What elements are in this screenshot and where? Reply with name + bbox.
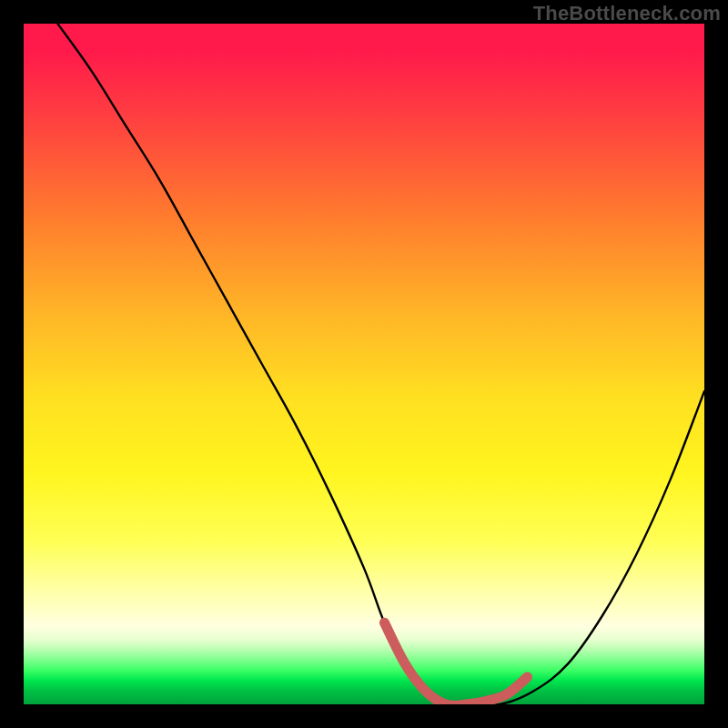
- bottleneck-curve: [57, 24, 704, 704]
- chart-stage: TheBottleneck.com: [0, 0, 728, 728]
- optimal-range-highlight: [384, 622, 527, 704]
- curve-layer: [24, 24, 704, 704]
- plot-area: [24, 24, 704, 704]
- watermark-text: TheBottleneck.com: [533, 2, 721, 25]
